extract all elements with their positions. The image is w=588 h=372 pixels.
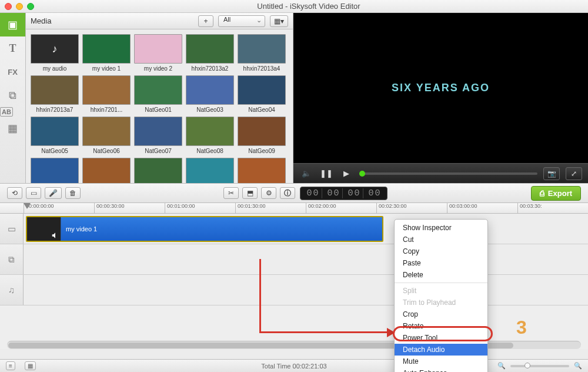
preview-progress[interactable]: [359, 172, 537, 175]
media-grid: ♪my audiomy video 1my video 2hhxin72013a…: [26, 29, 293, 183]
zoom-icon[interactable]: [27, 3, 34, 10]
media-thumb[interactable]: NatGeo04: [238, 75, 286, 113]
context-menu-item[interactable]: Mute: [395, 356, 487, 367]
fullscreen-button[interactable]: ⤢: [566, 167, 582, 180]
context-menu-item[interactable]: Auto Enhance: [395, 367, 487, 372]
media-thumb[interactable]: NatGeo08: [186, 117, 234, 154]
media-thumb[interactable]: NatGeo01: [134, 75, 182, 113]
sidebar-item-transition[interactable]: ▦: [0, 117, 25, 140]
context-menu-item[interactable]: Paste: [395, 257, 487, 269]
play-button[interactable]: ▶: [339, 169, 353, 178]
preview-screen[interactable]: SIX YEARS AGO: [293, 13, 588, 163]
sidebar-item-fx[interactable]: FX: [0, 60, 25, 84]
ruler-tick: 00:00:00:00: [24, 203, 94, 213]
timecode-sec: 00: [345, 188, 363, 198]
sidebar-item-caption[interactable]: AB: [0, 107, 13, 117]
preview-overlay-text: SIX YEARS AGO: [392, 82, 490, 94]
export-icon: ⎙: [540, 189, 544, 198]
media-thumb-image: [238, 158, 286, 183]
media-thumb[interactable]: NatGeo07: [134, 117, 182, 154]
media-thumb[interactable]: NatGeo09: [238, 117, 286, 154]
delete-button[interactable]: 🗑: [65, 187, 81, 199]
context-menu-item[interactable]: Show Inspector: [395, 222, 487, 234]
window-title: Untitled - iSkysoft Video Editor: [34, 2, 583, 11]
media-thumb[interactable]: my video 1: [82, 34, 131, 72]
media-panel: Media + All ▦▾ ♪my audiomy video 1my vid…: [26, 13, 293, 183]
timeline-clip[interactable]: my video 1: [26, 216, 383, 242]
timecode-frame: 00: [366, 188, 383, 198]
media-thumb[interactable]: hhxin7201...: [82, 75, 131, 113]
media-thumb[interactable]: [238, 158, 286, 183]
context-menu-item[interactable]: Delete: [395, 269, 487, 281]
timeline-ruler[interactable]: 00:00:00:0000:00:30:0000:01:00:0000:01:3…: [0, 203, 588, 214]
volume-icon[interactable]: 🔈: [299, 169, 313, 178]
media-thumb-label: NatGeo06: [82, 148, 131, 154]
track-head-video[interactable]: ▭: [0, 214, 24, 244]
media-thumb[interactable]: ♪my audio: [31, 34, 79, 72]
media-thumb-image: [82, 75, 131, 105]
media-thumb-image: [238, 117, 286, 146]
media-thumb[interactable]: [31, 158, 79, 183]
media-thumb-label: NatGeo05: [31, 148, 79, 154]
pause-button[interactable]: ❚❚: [319, 169, 333, 178]
voiceover-button[interactable]: 🎤: [45, 187, 62, 199]
view-toggle-a[interactable]: ≡: [6, 361, 15, 370]
media-thumb[interactable]: NatGeo06: [82, 117, 131, 154]
minimize-icon[interactable]: [16, 3, 23, 10]
sidebar-item-text[interactable]: T: [0, 36, 25, 60]
media-thumb[interactable]: [82, 158, 131, 183]
video-track-body[interactable]: my video 1: [24, 214, 588, 244]
context-menu-item[interactable]: Copy: [395, 245, 487, 257]
media-thumb-label: my video 1: [82, 65, 131, 72]
zoom-slider[interactable]: [510, 365, 569, 367]
timeline-scrollbar[interactable]: [7, 341, 581, 349]
cut-tool-button[interactable]: ✂: [223, 187, 239, 199]
media-thumb[interactable]: hhxin72013a7: [31, 75, 79, 113]
export-button[interactable]: ⎙ Export: [531, 186, 581, 201]
media-thumb-image: [186, 117, 234, 146]
speaker-icon: [51, 231, 59, 240]
media-thumb[interactable]: hhxin72013a2: [186, 34, 234, 72]
context-menu-item[interactable]: Crop: [395, 308, 487, 320]
zoom-out-icon[interactable]: 🔍: [497, 362, 506, 370]
crop-tool-button[interactable]: ⬒: [242, 187, 258, 199]
close-icon[interactable]: [5, 3, 12, 10]
settings-button[interactable]: ⚙: [261, 187, 276, 199]
sidebar-item-media[interactable]: ▣: [0, 13, 25, 36]
undo-button[interactable]: ⟲: [7, 187, 22, 199]
zoom-in-icon[interactable]: 🔍: [574, 362, 582, 370]
media-filter-select[interactable]: All: [218, 15, 265, 27]
media-thumb[interactable]: [134, 158, 182, 183]
camera-tool-button[interactable]: ▭: [26, 187, 41, 199]
media-thumb[interactable]: NatGeo05: [31, 117, 79, 154]
media-thumb[interactable]: my video 2: [134, 34, 182, 72]
view-toggle-b[interactable]: ▦: [25, 361, 36, 370]
media-thumb[interactable]: NatGeo03: [186, 75, 234, 113]
track-head-overlay[interactable]: ⧉: [0, 244, 24, 274]
media-thumb-image: [82, 34, 131, 64]
timeline-tracks: ▭ my video 1 ⧉ ♫: [0, 214, 588, 349]
context-menu-item[interactable]: Rotate: [395, 320, 487, 332]
overlay-track-body[interactable]: [24, 244, 588, 274]
media-thumb[interactable]: [186, 158, 234, 183]
info-button[interactable]: ⓘ: [280, 187, 295, 199]
track-head-audio[interactable]: ♫: [0, 275, 24, 305]
timecode-min: 00: [325, 188, 343, 198]
context-menu-item[interactable]: Power Tool: [395, 332, 487, 344]
snapshot-button[interactable]: 📷: [543, 167, 560, 180]
playhead-icon[interactable]: [24, 203, 31, 209]
context-menu-item[interactable]: Detach Audio: [395, 344, 487, 356]
add-media-button[interactable]: +: [198, 15, 213, 27]
sidebar-item-pip[interactable]: ⧉: [0, 84, 25, 107]
audio-track-body[interactable]: [24, 275, 588, 305]
media-thumb-image: [134, 34, 182, 64]
zoom-handle-icon[interactable]: [524, 363, 530, 368]
ruler-tick: 00:01:00:00: [165, 203, 235, 213]
progress-handle-icon[interactable]: [359, 171, 365, 177]
view-mode-button[interactable]: ▦▾: [270, 15, 288, 27]
media-thumb-label: NatGeo03: [186, 107, 234, 113]
media-thumb-image: [186, 34, 234, 64]
media-thumb[interactable]: hhxin72013a4: [238, 34, 286, 72]
context-menu-item[interactable]: Cut: [395, 234, 487, 245]
media-thumb-label: NatGeo09: [238, 148, 286, 154]
